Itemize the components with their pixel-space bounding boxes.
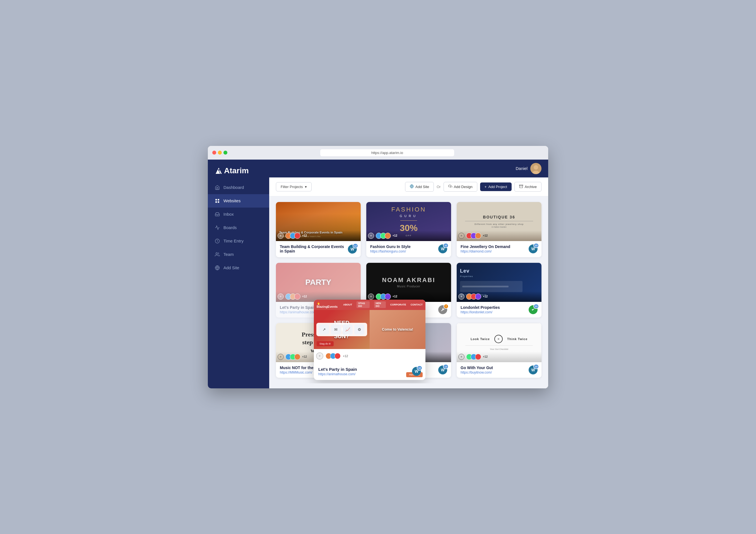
popup-left-img: NEEDTHESUN? ↗ ✉ 📈 ⚙ Stag do it!: [314, 310, 370, 349]
avatar-6-3: [475, 294, 481, 300]
add-member-btn-9[interactable]: +: [458, 354, 465, 360]
app-container: Atarim Dashboard: [208, 160, 548, 388]
popup-avatar-3: [335, 353, 340, 359]
boards-icon: [215, 225, 220, 230]
badge-count-5: 7: [444, 304, 448, 309]
add-project-button[interactable]: + Add Project: [480, 182, 512, 191]
popup-chart-btn[interactable]: 📈: [342, 325, 353, 334]
avatar-3-3: [475, 233, 481, 239]
project-badge-9: W 20: [529, 365, 538, 374]
add-member-btn-7[interactable]: +: [278, 354, 284, 360]
project-url-6: https://londonlet.com/: [461, 310, 529, 314]
thumb-avatars-9: [466, 354, 481, 360]
popup-nav-corporate[interactable]: CORPORATE: [390, 303, 406, 306]
add-design-button[interactable]: Add Design: [444, 182, 477, 192]
project-details-2: Fashion Guru In Style https://fashiongur…: [370, 244, 438, 253]
thumb-count-5: +12: [392, 295, 397, 298]
badge-count-1: 12: [353, 243, 358, 248]
sidebar-item-dashboard[interactable]: Dashboard: [208, 181, 269, 194]
svg-rect-3: [218, 201, 219, 202]
add-member-btn-4[interactable]: +: [278, 294, 284, 300]
popup-card[interactable]: 🔥 BlazingEvents ABOUT STAG DO HEN DO COR…: [314, 300, 425, 380]
add-member-btn-3[interactable]: +: [458, 233, 465, 239]
archive-button[interactable]: Archive: [514, 182, 541, 192]
close-button[interactable]: [212, 151, 216, 154]
popup-nav-hen[interactable]: HEN DO: [374, 301, 386, 308]
sidebar-item-websites[interactable]: Websites: [208, 194, 269, 207]
upload-icon: [448, 184, 452, 189]
add-member-btn-6[interactable]: +: [458, 294, 465, 300]
project-card-3[interactable]: BOUTIQUE 36 Different from any other jew…: [457, 202, 541, 257]
user-name: Daniel: [516, 166, 527, 171]
thumb-sub-6: Properties: [460, 275, 473, 278]
svg-point-9: [534, 165, 538, 170]
popup-details: Let's Party in Spain https://animalhouse…: [318, 367, 357, 376]
avatar[interactable]: [530, 163, 541, 174]
archive-icon: [519, 184, 523, 189]
add-member-btn-5[interactable]: +: [368, 294, 374, 300]
sidebar-item-boards[interactable]: Boards: [208, 221, 269, 234]
svg-rect-14: [519, 185, 523, 186]
popup-share-btn[interactable]: ↗: [319, 325, 329, 334]
filter-projects-button[interactable]: Filter Projects ▾: [276, 182, 311, 191]
popup-stag-btn[interactable]: Stag do it!: [317, 341, 334, 346]
popup-footer-left: + +12: [318, 352, 348, 360]
address-bar[interactable]: https://app.atarim.io: [320, 149, 454, 156]
popup-email-btn[interactable]: ✉: [331, 325, 341, 334]
minimize-button[interactable]: [218, 151, 222, 154]
thumbnail-5: NOAM AKRABI Music Producer + +1: [366, 263, 451, 302]
thumb-avatars-4: [285, 294, 300, 300]
project-card-9[interactable]: Look Twice Think Twice Your Gut Checklis…: [457, 323, 541, 378]
popup-toolbar: ↗ ✉ 📈 ⚙: [316, 323, 367, 336]
thumb-form-6: [460, 281, 523, 292]
project-card-6[interactable]: Lev Properties להשקיע בלונדון בשפה שלך +: [457, 263, 541, 317]
thumbnail-2: Fashion GURU 30% OFF +: [366, 202, 451, 241]
sidebar-item-inbox[interactable]: Inbox: [208, 207, 269, 221]
project-badge-6: 20: [529, 305, 538, 314]
filter-label: Filter Projects: [281, 185, 303, 189]
project-card-2[interactable]: Fashion GURU 30% OFF +: [366, 202, 451, 257]
right-panel: Daniel: [269, 160, 548, 388]
inbox-label: Inbox: [224, 212, 234, 217]
project-card-1[interactable]: Team Building & Corporate Events in Spai…: [276, 202, 361, 257]
add-member-btn-2[interactable]: +: [368, 233, 374, 239]
projects-grid: Team Building & Corporate Events in Spai…: [269, 197, 548, 383]
project-url-9: https://buyitnow.com/: [461, 370, 529, 374]
sidebar-item-team[interactable]: Team: [208, 248, 269, 261]
thumb-text-4: PARTY: [306, 278, 332, 287]
sidebar-item-add-site[interactable]: Add Site: [208, 261, 269, 275]
add-member-btn-1[interactable]: +: [278, 233, 284, 239]
thumb-overlay-6: + +12: [457, 291, 541, 302]
thumbnail-1: Team Building & Corporate Events in Spai…: [276, 202, 361, 241]
browser-chrome: https://app.atarim.io: [208, 146, 548, 160]
popup-settings-btn[interactable]: ⚙: [354, 325, 364, 334]
popup-nav-about[interactable]: ABOUT: [343, 303, 352, 306]
popup-add-member-btn[interactable]: +: [316, 352, 323, 360]
clock-icon: [215, 238, 220, 244]
archive-btn-label: Archive: [525, 185, 537, 189]
popup-nav-stag[interactable]: STAG DO: [357, 301, 370, 308]
project-badge-2: W 32: [438, 244, 447, 253]
logo-text: Atarim: [224, 166, 249, 175]
content-area: Filter Projects ▾: [269, 177, 548, 388]
thumbnail-3: BOUTIQUE 36 Different from any other jew…: [457, 202, 541, 241]
project-badge-3: W 20: [529, 244, 538, 253]
add-site-button[interactable]: Add Site: [405, 182, 434, 192]
thumb-avatars-2: [376, 233, 391, 239]
thumb-divider-3: [465, 221, 533, 221]
project-info-1: Team Building & Corporate Events in Spai…: [276, 241, 361, 257]
chevron-down-icon: ▾: [305, 185, 307, 189]
app-logo: Atarim: [215, 166, 262, 175]
sidebar-item-time-entry[interactable]: Time Entry: [208, 234, 269, 248]
maximize-button[interactable]: [224, 151, 227, 154]
avatar-4-3: [294, 294, 300, 300]
time-entry-label: Time Entry: [224, 239, 244, 243]
team-label: Team: [224, 252, 234, 257]
add-design-btn-label: Add Design: [454, 185, 472, 189]
project-info-9: Go With Your Gut https://buyitnow.com/ W…: [457, 362, 541, 378]
popup-nav-contact[interactable]: CONTACT: [411, 303, 423, 306]
thumb-location-3: in Hatton Garden: [492, 226, 506, 228]
websites-label: Websites: [224, 199, 240, 203]
badge-count-6: 20: [533, 304, 539, 309]
popup-badge-count: 16: [417, 365, 422, 370]
